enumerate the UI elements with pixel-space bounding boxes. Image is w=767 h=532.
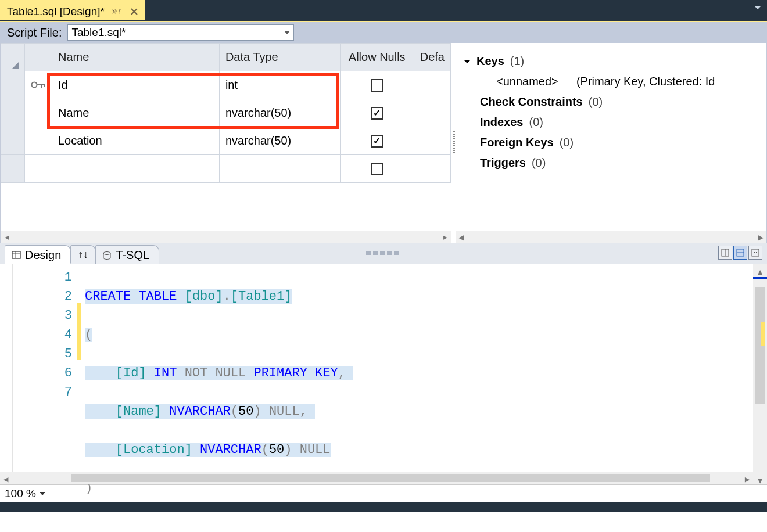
svg-rect-16 (752, 249, 759, 256)
horizontal-splitter[interactable] (366, 251, 401, 255)
prop-foreign-keys[interactable]: Foreign Keys (0) (461, 132, 761, 153)
props-horizontal-scrollbar[interactable]: ◂ ▸ (456, 231, 766, 243)
editor-horizontal-scrollbar[interactable]: ◂ ▸ (0, 472, 753, 484)
checkbox[interactable] (371, 79, 384, 92)
script-file-value: Table1.sql* (71, 26, 126, 39)
titlebar: Table1.sql [Design]* (0, 0, 767, 21)
grid-corner (1, 44, 25, 71)
scroll-left-icon[interactable]: ◂ (0, 472, 12, 484)
cell-type[interactable]: nvarchar(50) (219, 127, 340, 155)
line-number-gutter: 1 2 3 4 5 6 7 (13, 264, 77, 484)
cell-nulls[interactable] (340, 99, 414, 127)
table-row[interactable]: Name nvarchar(50) (1, 99, 451, 127)
chevron-down-icon (284, 31, 290, 34)
cell-name[interactable]: Id (52, 71, 220, 99)
grid-header-key (25, 44, 52, 71)
cell-default[interactable] (414, 71, 450, 99)
caret-position-marker (753, 277, 767, 279)
swap-panes-button[interactable]: ↑↓ (70, 245, 96, 264)
tab-tsql-label: T-SQL (116, 249, 149, 262)
designer-area: Name Data Type Allow Nulls Defa Id int N… (0, 43, 767, 243)
tab-design[interactable]: Design (5, 245, 71, 264)
svg-point-4 (32, 82, 37, 88)
cell-name[interactable] (52, 155, 220, 183)
cell-default[interactable] (414, 155, 450, 183)
swap-icon: ↑↓ (78, 249, 88, 261)
pane-layout-horizontal-button[interactable] (733, 246, 747, 260)
tab-design-label: Design (25, 249, 61, 262)
pane-layout-vertical-button[interactable] (718, 246, 732, 260)
table-properties-pane: Keys (1) <unnamed> (Primary Key, Cluster… (456, 43, 766, 243)
scroll-right-icon[interactable]: ▸ (439, 232, 451, 242)
change-indicator-margin (77, 264, 81, 484)
scroll-right-icon[interactable]: ▸ (755, 230, 766, 243)
vertical-splitter[interactable] (451, 43, 456, 243)
scroll-left-icon[interactable]: ◂ (456, 230, 467, 243)
sql-editor[interactable]: 1 2 3 4 5 6 7 CREATE TABLE [dbo].[Table1… (0, 264, 767, 484)
zoom-level[interactable]: 100 % (5, 487, 36, 500)
scroll-down-icon[interactable]: ▾ (753, 473, 767, 484)
expand-icon[interactable] (464, 60, 471, 63)
designer-toolbar: Script File: Table1.sql* (0, 21, 767, 43)
grid-header-type[interactable]: Data Type (219, 44, 340, 71)
change-marker (761, 322, 765, 346)
primary-key-icon (25, 71, 52, 99)
table-row[interactable]: Location nvarchar(50) (1, 127, 451, 155)
cell-default[interactable] (414, 127, 450, 155)
pin-icon[interactable] (112, 6, 122, 17)
columns-grid[interactable]: Name Data Type Allow Nulls Defa Id int N… (1, 43, 451, 183)
grid-horizontal-scrollbar[interactable]: ◂ ▸ (1, 231, 451, 243)
prop-triggers[interactable]: Triggers (0) (461, 153, 761, 173)
scroll-left-icon[interactable]: ◂ (1, 232, 12, 242)
grid-header-name[interactable]: Name (52, 44, 220, 71)
columns-grid-pane: Name Data Type Allow Nulls Defa Id int N… (1, 43, 451, 243)
prop-check-constraints[interactable]: Check Constraints (0) (461, 92, 761, 112)
table-row[interactable]: Id int (1, 71, 451, 99)
close-icon[interactable] (129, 6, 139, 17)
window-list-dropdown-icon[interactable] (754, 6, 761, 9)
code-content[interactable]: CREATE TABLE [dbo].[Table1] ( [Id] INT N… (81, 264, 767, 484)
cell-nulls[interactable] (340, 71, 414, 99)
prop-indexes[interactable]: Indexes (0) (461, 112, 761, 132)
checkbox[interactable] (371, 163, 384, 175)
document-tab-title: Table1.sql [Design]* (7, 5, 105, 18)
grid-header-default[interactable]: Defa (414, 44, 450, 71)
scroll-up-icon[interactable]: ▴ (753, 264, 767, 276)
prop-key-item[interactable]: <unnamed> (Primary Key, Clustered: Id (461, 71, 761, 92)
scroll-thumb[interactable] (71, 474, 710, 482)
grid-header-nulls[interactable]: Allow Nulls (340, 44, 414, 71)
checkbox[interactable] (371, 107, 384, 120)
tab-tsql[interactable]: T-SQL (95, 245, 159, 264)
cell-type[interactable]: nvarchar(50) (219, 99, 340, 127)
cell-name[interactable]: Location (52, 127, 220, 155)
pane-collapse-button[interactable] (748, 246, 762, 260)
cell-type[interactable]: int (219, 71, 340, 99)
script-file-dropdown[interactable]: Table1.sql* (67, 24, 294, 41)
designer-tab-strip: Design ↑↓ T-SQL (0, 243, 767, 264)
cell-nulls[interactable] (340, 127, 414, 155)
scroll-thumb[interactable] (755, 287, 765, 404)
scroll-right-icon[interactable]: ▸ (741, 472, 753, 487)
cell-name[interactable]: Name (52, 99, 220, 127)
zoom-dropdown-icon[interactable] (40, 492, 45, 495)
table-row[interactable] (1, 155, 451, 183)
checkbox[interactable] (371, 135, 384, 148)
cell-type[interactable] (219, 155, 340, 183)
document-tab[interactable]: Table1.sql [Design]* (0, 0, 145, 20)
script-file-label: Script File: (7, 26, 62, 39)
svg-point-11 (103, 251, 110, 254)
cell-nulls[interactable] (340, 155, 414, 183)
cell-default[interactable] (414, 99, 450, 127)
outlining-margin[interactable] (0, 264, 13, 484)
svg-rect-8 (12, 251, 20, 258)
editor-vertical-scrollbar[interactable]: ▴ ▾ (753, 264, 767, 484)
prop-keys[interactable]: Keys (1) (461, 51, 761, 71)
